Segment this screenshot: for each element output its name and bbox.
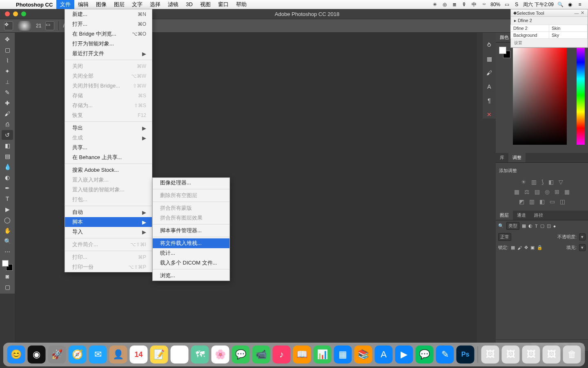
menuitem-图像处理器[interactable]: 图像处理器...	[153, 178, 229, 188]
edit-toolbar[interactable]: ⋯	[2, 247, 13, 257]
tool-preset[interactable]: ✥	[4, 21, 13, 30]
menuitem-导入[interactable]: 导入▶	[65, 227, 152, 237]
menuitem-脚本事件管理器[interactable]: 脚本事件管理器...	[153, 226, 229, 236]
move-tool[interactable]: ✥	[2, 34, 13, 44]
dock-books[interactable]: 📚	[354, 346, 372, 364]
dock-mail[interactable]: ✉	[89, 346, 107, 364]
dock-messages[interactable]: 💬	[232, 346, 250, 364]
history-panel-icon[interactable]: ⥁	[485, 41, 493, 49]
menuitem-在Behance上共享[interactable]: 在 Behance 上共享...	[65, 153, 152, 162]
shape-tool[interactable]: ◯	[2, 215, 13, 225]
menuitem-打开为智能对象[interactable]: 打开为智能对象...	[65, 39, 152, 49]
menu-视图[interactable]: 视图	[196, 0, 214, 9]
menuitem-自动[interactable]: 自动▶	[65, 207, 152, 217]
filter-adjust-icon[interactable]: ◐	[528, 223, 532, 229]
quickmask-toggle[interactable]: ◙	[2, 272, 13, 281]
selective-cell[interactable]: Sky	[549, 31, 588, 39]
filter-toggle[interactable]: ●	[553, 224, 556, 229]
hue-icon[interactable]: ▦	[514, 188, 519, 195]
posterize-icon[interactable]: ▥	[529, 198, 535, 205]
dodge-tool[interactable]: ◐	[2, 173, 13, 182]
panel-fg-bg[interactable]	[499, 47, 510, 58]
dock-photos[interactable]: 🌸	[212, 346, 229, 364]
menuitem-统计[interactable]: 统计...	[153, 248, 229, 258]
levels-icon[interactable]: ▥	[531, 179, 537, 185]
menu-滤镜[interactable]: 滤镜	[164, 0, 182, 9]
menu-图像[interactable]: 图像	[92, 0, 110, 9]
invert-icon[interactable]: ◩	[519, 198, 524, 205]
layer-filter-icon[interactable]: 🔍	[498, 223, 504, 229]
dock-keynote[interactable]: ▦	[334, 346, 352, 364]
lock-all-icon[interactable]: 🔒	[537, 245, 543, 250]
hand-tool[interactable]: ✋	[2, 226, 13, 236]
menuitem-脚本[interactable]: 脚本▶	[65, 217, 152, 227]
menu-选择[interactable]: 选择	[146, 0, 164, 9]
brush-panel-toggle[interactable]: ▭	[45, 21, 54, 30]
sogou-icon[interactable]: S	[513, 2, 520, 7]
channelmixer-icon[interactable]: ⊞	[555, 188, 559, 195]
modifier-keys-icon[interactable]: ✕	[485, 110, 493, 119]
dock-screenshot4[interactable]: 🖼	[543, 346, 561, 364]
tab-layers[interactable]: 图层	[496, 211, 513, 220]
brush-preview[interactable]	[17, 21, 32, 31]
gradientmap-icon[interactable]: ▭	[550, 198, 555, 205]
dock-photoshop[interactable]: Ps	[457, 346, 474, 364]
dock-ibooks[interactable]: 📖	[293, 346, 311, 364]
dock-launchpad[interactable]: 🚀	[48, 346, 66, 364]
fill-field[interactable]: ▾	[579, 244, 586, 251]
input-icon[interactable]: 中	[471, 1, 477, 8]
disk-icon[interactable]: ≣	[451, 2, 458, 7]
menu-文件[interactable]: 文件	[56, 0, 74, 9]
dock-finder[interactable]: 😊	[7, 346, 25, 364]
screenmode-toggle[interactable]: ▢	[2, 282, 13, 292]
selective-tool-window[interactable]: ◆ Selective Tool — ✕ ▸ Dfine 2 Dfine 2Sk…	[510, 9, 588, 48]
clock[interactable]: 周六 下午2:09	[523, 1, 554, 8]
dock-facetime[interactable]: 📹	[252, 346, 270, 364]
mic-icon[interactable]: 🎙	[461, 2, 468, 7]
notification-center-icon[interactable]: ≡	[577, 2, 583, 7]
close-icon[interactable]: ✕	[579, 10, 585, 16]
dock-screenshot3[interactable]: 🖼	[522, 346, 540, 364]
curves-icon[interactable]: ⟆	[541, 179, 543, 185]
menuitem-打开[interactable]: 打开...⌘O	[65, 19, 152, 29]
colorbalance-icon[interactable]: ⚖	[524, 188, 530, 195]
menu-文字[interactable]: 文字	[128, 0, 146, 9]
app-name[interactable]: Photoshop CC	[12, 2, 56, 8]
blur-tool[interactable]: 💧	[2, 162, 13, 172]
properties-panel-icon[interactable]: ▦	[485, 55, 493, 63]
exposure-icon[interactable]: ◧	[548, 179, 554, 185]
dock-screenshot1[interactable]: 🖼	[481, 346, 499, 364]
lock-artboard-icon[interactable]: ▣	[530, 245, 535, 250]
colorlookup-icon[interactable]: ▦	[564, 188, 570, 195]
character-panel-icon[interactable]: A	[485, 83, 493, 91]
dock-contacts[interactable]: 👤	[109, 346, 127, 364]
color-field[interactable]	[513, 46, 567, 145]
dock-reminders[interactable]: ☑	[171, 346, 189, 364]
lock-pixels-icon[interactable]: 🖌	[517, 245, 522, 250]
lasso-tool[interactable]: ⌇	[2, 56, 13, 65]
lock-pos-icon[interactable]: ✥	[524, 245, 528, 250]
zoom-tool[interactable]: 🔍	[2, 236, 13, 246]
paragraph-panel-icon[interactable]: ¶	[485, 96, 493, 105]
brush-tool[interactable]: 🖌	[2, 109, 13, 119]
dock-screenshot2[interactable]: 🖼	[502, 346, 520, 364]
dock-itunes[interactable]: ♪	[273, 346, 291, 364]
dock-wechat[interactable]: 💬	[416, 346, 434, 364]
menuitem-新建[interactable]: 新建...⌘N	[65, 9, 152, 19]
marquee-tool[interactable]: ▢	[2, 45, 13, 55]
cc-status-icon[interactable]: ◎	[441, 2, 448, 7]
fg-bg-colors[interactable]	[2, 260, 13, 271]
path-select-tool[interactable]: ▶	[2, 204, 13, 214]
bw-icon[interactable]: ▤	[535, 188, 540, 195]
dock-trash[interactable]: 🗑	[563, 346, 581, 364]
blend-mode-select[interactable]: 正常	[498, 233, 511, 241]
dock-numbers[interactable]: 📊	[314, 346, 332, 364]
dock-quicktime[interactable]: ▶	[395, 346, 413, 364]
menu-图层[interactable]: 图层	[110, 0, 128, 9]
dock-maps[interactable]: 🗺	[191, 346, 209, 364]
selective-cell[interactable]: Skin	[549, 25, 588, 32]
filter-smart-icon[interactable]: ◫	[547, 223, 551, 229]
spotlight-icon[interactable]: 🔍	[557, 2, 564, 7]
selectivecolor-icon[interactable]: ◫	[560, 198, 565, 205]
menu-3D[interactable]: 3D	[182, 0, 196, 9]
